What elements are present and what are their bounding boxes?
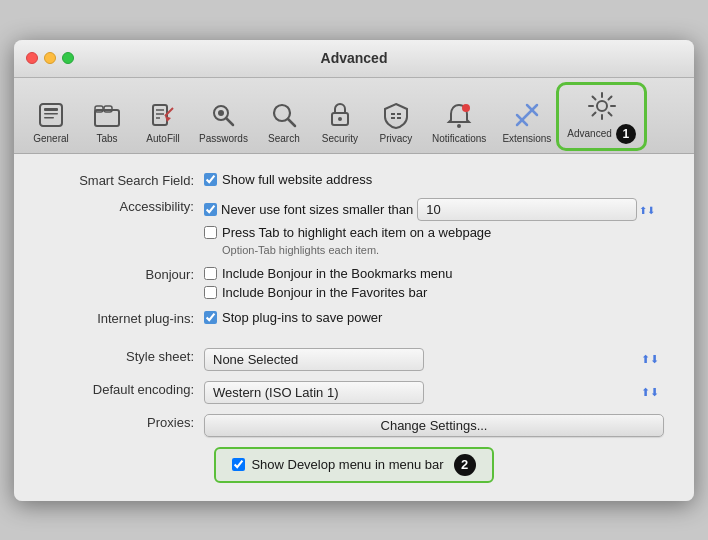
font-size-select[interactable]: 1091112 — [417, 198, 637, 221]
proxies-content: Change Settings... — [204, 414, 664, 437]
style-sheet-content: None Selected ⬆⬇ — [204, 348, 664, 371]
svg-rect-2 — [44, 113, 58, 115]
svg-point-25 — [462, 104, 470, 112]
bonjour-row: Bonjour: Include Bonjour in the Bookmark… — [44, 266, 664, 300]
accessibility-row: Accessibility: Never use font sizes smal… — [44, 198, 664, 256]
close-button[interactable] — [26, 52, 38, 64]
svg-line-26 — [517, 105, 537, 125]
svg-line-35 — [608, 112, 611, 115]
accessibility-content: Never use font sizes smaller than 109111… — [204, 198, 664, 256]
proxies-label: Proxies: — [44, 414, 204, 430]
passwords-icon — [207, 99, 239, 131]
smart-search-label: Smart Search Field: — [44, 172, 204, 188]
tab-security[interactable]: Security — [313, 95, 367, 147]
default-encoding-wrapper: Western (ISO Latin 1) ⬆⬇ — [204, 381, 664, 404]
default-encoding-content: Western (ISO Latin 1) ⬆⬇ — [204, 381, 664, 404]
svg-line-34 — [592, 96, 595, 99]
smart-search-content: Show full website address — [204, 172, 664, 187]
never-font-text: Never use font sizes smaller than — [221, 202, 413, 217]
press-tab-text: Press Tab to highlight each item on a we… — [222, 225, 491, 240]
maximize-button[interactable] — [62, 52, 74, 64]
change-settings-button[interactable]: Change Settings... — [204, 414, 664, 437]
accessibility-hint: Option-Tab highlights each item. — [222, 244, 664, 256]
extensions-icon — [511, 99, 543, 131]
tab-advanced[interactable]: Advanced 1 — [560, 86, 642, 147]
svg-line-36 — [608, 96, 611, 99]
advanced-label: Advanced — [567, 128, 611, 139]
style-sheet-label: Style sheet: — [44, 348, 204, 364]
tabs-icon — [91, 99, 123, 131]
default-encoding-select[interactable]: Western (ISO Latin 1) — [204, 381, 424, 404]
badge-1: 1 — [616, 124, 636, 144]
window: Advanced General Tabs AutoFill Password — [14, 40, 694, 501]
svg-rect-0 — [40, 104, 62, 126]
notifications-label: Notifications — [432, 133, 486, 144]
internet-plugins-content: Stop plug-ins to save power — [204, 310, 664, 325]
tab-passwords[interactable]: Passwords — [192, 95, 255, 147]
svg-point-19 — [338, 117, 342, 121]
bonjour-content: Include Bonjour in the Bookmarks menu In… — [204, 266, 664, 300]
stop-plugins-checkbox[interactable] — [204, 311, 217, 324]
show-full-address-checkbox[interactable] — [204, 173, 217, 186]
stop-plugins-text: Stop plug-ins to save power — [222, 310, 382, 325]
proxies-row: Proxies: Change Settings... — [44, 414, 664, 437]
press-tab-checkbox[interactable] — [204, 226, 217, 239]
traffic-lights — [26, 52, 74, 64]
passwords-label: Passwords — [199, 133, 248, 144]
tab-general[interactable]: General — [24, 95, 78, 147]
font-size-arrow: ⬆⬇ — [639, 205, 655, 216]
tab-tabs[interactable]: Tabs — [80, 95, 134, 147]
style-sheet-arrow: ⬆⬇ — [641, 353, 659, 366]
autofill-label: AutoFill — [146, 133, 179, 144]
tab-extensions[interactable]: Extensions — [495, 95, 558, 147]
security-icon — [324, 99, 356, 131]
general-icon — [35, 99, 67, 131]
tab-search[interactable]: Search — [257, 95, 311, 147]
security-label: Security — [322, 133, 358, 144]
bonjour-favorites-row: Include Bonjour in the Favorites bar — [204, 285, 664, 300]
show-develop-row: Show Develop menu in menu bar 2 — [44, 447, 664, 483]
settings-content: Smart Search Field: Show full website ad… — [14, 154, 694, 501]
style-sheet-wrapper: None Selected ⬆⬇ — [204, 348, 664, 371]
tab-notifications[interactable]: Notifications — [425, 95, 493, 147]
svg-line-37 — [592, 112, 595, 115]
smart-search-row: Smart Search Field: Show full website ad… — [44, 172, 664, 188]
never-font-row: Never use font sizes smaller than 109111… — [204, 198, 664, 221]
stop-plugins-row: Stop plug-ins to save power — [204, 310, 664, 325]
internet-plugins-row: Internet plug-ins: Stop plug-ins to save… — [44, 310, 664, 326]
bonjour-bookmarks-row: Include Bonjour in the Bookmarks menu — [204, 266, 664, 281]
bonjour-favorites-checkbox[interactable] — [204, 286, 217, 299]
default-encoding-row: Default encoding: Western (ISO Latin 1) … — [44, 381, 664, 404]
tab-autofill[interactable]: AutoFill — [136, 95, 190, 147]
tab-privacy[interactable]: Privacy — [369, 95, 423, 147]
svg-rect-3 — [44, 117, 54, 119]
minimize-button[interactable] — [44, 52, 56, 64]
show-develop-text: Show Develop menu in menu bar — [251, 457, 443, 472]
font-size-wrapper: 1091112 ⬆⬇ — [417, 198, 655, 221]
toolbar: General Tabs AutoFill Passwords Search — [14, 78, 694, 154]
bonjour-favorites-text: Include Bonjour in the Favorites bar — [222, 285, 427, 300]
show-develop-checkbox[interactable] — [232, 458, 245, 471]
internet-plugins-label: Internet plug-ins: — [44, 310, 204, 326]
search-label: Search — [268, 133, 300, 144]
window-title: Advanced — [321, 50, 388, 66]
accessibility-label: Accessibility: — [44, 198, 204, 214]
bonjour-bookmarks-checkbox[interactable] — [204, 267, 217, 280]
svg-line-17 — [288, 119, 295, 126]
svg-point-24 — [457, 124, 461, 128]
extensions-label: Extensions — [502, 133, 551, 144]
never-font-checkbox[interactable] — [204, 203, 217, 216]
style-sheet-select[interactable]: None Selected — [204, 348, 424, 371]
bonjour-bookmarks-text: Include Bonjour in the Bookmarks menu — [222, 266, 453, 281]
style-sheet-row: Style sheet: None Selected ⬆⬇ — [44, 348, 664, 371]
advanced-icon — [586, 90, 618, 122]
privacy-icon — [380, 99, 412, 131]
tabs-label: Tabs — [96, 133, 117, 144]
svg-point-29 — [597, 101, 607, 111]
default-encoding-arrow: ⬆⬇ — [641, 386, 659, 399]
svg-point-15 — [218, 110, 224, 116]
press-tab-row: Press Tab to highlight each item on a we… — [204, 225, 664, 240]
svg-line-14 — [226, 118, 233, 125]
titlebar: Advanced — [14, 40, 694, 78]
search-icon — [268, 99, 300, 131]
